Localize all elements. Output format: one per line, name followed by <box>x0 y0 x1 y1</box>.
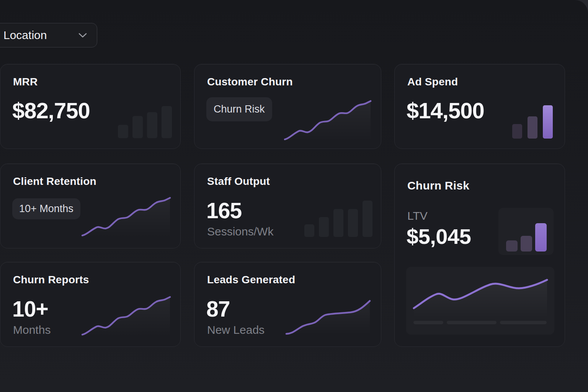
ltv-label: LTV <box>407 209 428 222</box>
bar <box>333 209 343 237</box>
ad-spend-value: $14,500 <box>407 100 484 122</box>
ltv-bar-chart <box>506 223 547 252</box>
bar <box>363 201 372 237</box>
client-retention-sparkline <box>81 196 171 238</box>
mrr-value: $82,750 <box>12 100 90 122</box>
bar <box>319 217 329 237</box>
mrr-bar-chart <box>118 106 172 138</box>
bar <box>147 112 157 138</box>
staff-output-value: 165 <box>206 200 242 222</box>
bar <box>162 106 172 138</box>
leads-sparkline <box>285 299 371 335</box>
bar <box>506 240 518 252</box>
card-churn-risk: Churn Risk LTV $5,045 <box>394 163 565 347</box>
card-client-retention: Client Retention 10+ Months <box>0 163 181 248</box>
chart-axis-skeletons <box>413 321 547 324</box>
bar <box>132 116 143 138</box>
axis-label-skeleton <box>413 321 443 324</box>
bar <box>535 223 547 252</box>
bar <box>528 116 537 139</box>
churn-trend-panel <box>406 267 554 335</box>
leads-unit: New Leads <box>207 323 265 336</box>
leads-value: 87 <box>206 298 230 320</box>
card-title: Staff Output <box>207 175 270 188</box>
bar <box>543 105 553 139</box>
churn-reports-unit: Months <box>13 323 51 336</box>
ltv-bar-chart-panel <box>498 208 554 255</box>
dashboard: Location MRR $82,750 Customer Churn Chur… <box>0 0 588 392</box>
card-title: Churn Reports <box>13 274 89 286</box>
ltv-value: $5,045 <box>407 226 471 247</box>
retention-badge: 10+ Months <box>12 198 80 219</box>
churn-trend-chart <box>406 267 554 335</box>
churn-reports-sparkline <box>81 296 171 337</box>
ad-spend-bar-chart <box>512 105 553 139</box>
card-leads-generated: Leads Generated 87 New Leads <box>194 262 381 347</box>
bar <box>521 236 532 252</box>
card-title: Churn Risk <box>407 179 469 192</box>
location-dropdown-label: Location <box>3 29 47 42</box>
bar <box>512 124 522 139</box>
chevron-down-icon <box>78 33 87 38</box>
card-mrr: MRR $82,750 <box>0 64 181 149</box>
staff-output-bar-chart <box>304 201 372 237</box>
bar <box>348 209 358 237</box>
churn-risk-badge: Churn Risk <box>206 97 272 121</box>
card-title: Customer Churn <box>207 76 293 88</box>
card-customer-churn: Customer Churn Churn Risk <box>194 64 381 149</box>
bar <box>118 125 128 138</box>
staff-output-unit: Sessions/Wk <box>207 225 273 238</box>
card-title: MRR <box>13 76 38 88</box>
location-dropdown[interactable]: Location <box>0 23 97 47</box>
churn-reports-value: 10+ <box>12 298 48 320</box>
card-ad-spend: Ad Spend $14,500 <box>394 64 565 149</box>
bar <box>304 224 314 237</box>
axis-label-skeleton <box>447 321 497 324</box>
card-title: Client Retention <box>13 175 96 188</box>
customer-churn-sparkline <box>284 100 372 142</box>
axis-label-skeleton <box>500 321 547 324</box>
card-staff-output: Staff Output 165 Sessions/Wk <box>194 163 381 248</box>
card-title: Leads Generated <box>207 274 295 286</box>
card-title: Ad Spend <box>407 76 458 88</box>
card-churn-reports: Churn Reports 10+ Months <box>0 262 181 347</box>
